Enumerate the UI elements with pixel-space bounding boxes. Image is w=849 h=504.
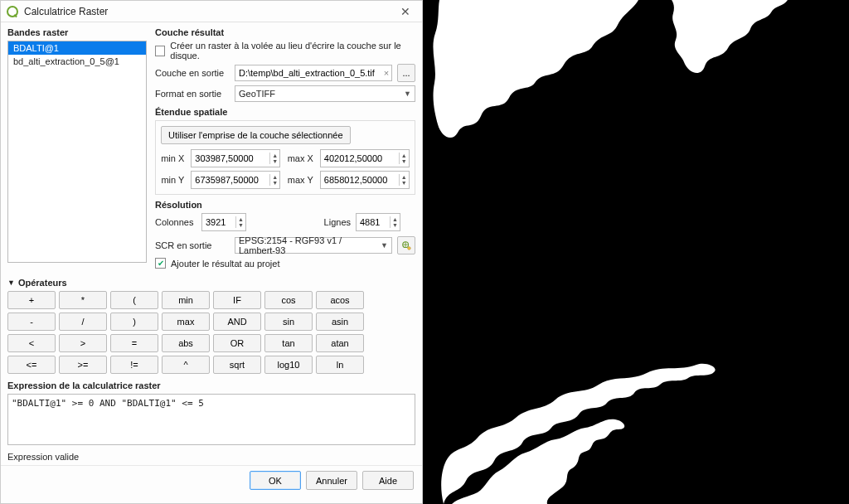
titlebar: Calculatrice Raster ✕ [1, 1, 422, 22]
op-neq[interactable]: != [110, 356, 158, 374]
op-pow[interactable]: ^ [162, 356, 210, 374]
app-icon [6, 5, 19, 18]
op-cos[interactable]: cos [264, 291, 313, 309]
output-format-select[interactable]: GeoTIFF ▼ [235, 85, 415, 102]
cols-input[interactable]: ▲▼ [201, 213, 246, 231]
bands-header: Bandes raster [7, 27, 147, 37]
crs-label: SCR en sortie [155, 240, 230, 250]
maxx-label: max X [287, 153, 313, 163]
virtual-raster-checkbox[interactable] [155, 46, 165, 56]
expression-input[interactable]: "BDALTI@1" >= 0 AND "BDALTI@1" <= 5 [7, 394, 415, 445]
window-title: Calculatrice Raster [24, 6, 394, 17]
op-abs[interactable]: abs [162, 334, 210, 352]
op-asin[interactable]: asin [316, 313, 364, 331]
crs-select[interactable]: EPSG:2154 - RGF93 v1 / Lambert-93 ▼ [235, 237, 392, 254]
op-sqrt[interactable]: sqrt [213, 356, 261, 374]
cols-label: Colonnes [155, 217, 196, 227]
close-icon[interactable]: ✕ [394, 5, 417, 18]
globe-icon [401, 240, 411, 251]
op-lt[interactable]: < [7, 334, 56, 352]
op-rparen[interactable]: ) [110, 313, 158, 331]
status-text: Expression valide [1, 448, 422, 465]
operators-header[interactable]: ▼ Opérateurs [7, 278, 415, 288]
rows-input[interactable]: ▲▼ [356, 213, 400, 231]
op-ln[interactable]: ln [316, 356, 364, 374]
raster-calc-dialog: Calculatrice Raster ✕ Bandes raster BDAL… [0, 0, 423, 504]
add-to-project-checkbox[interactable]: ✔ [155, 258, 166, 269]
rows-label: Lignes [293, 217, 351, 227]
map-canvas[interactable] [423, 0, 849, 504]
use-layer-extent-button[interactable]: Utiliser l'emprise de la couche sélectio… [161, 126, 351, 144]
ok-button[interactable]: OK [250, 471, 301, 490]
virtual-raster-label: Créer un raster à la volée au lieu d'écr… [170, 41, 415, 61]
chevron-down-icon: ▼ [404, 90, 411, 98]
band-item[interactable]: bd_alti_extraction_0_5@1 [8, 55, 146, 68]
op-acos[interactable]: acos [316, 291, 364, 309]
op-log10[interactable]: log10 [264, 356, 313, 374]
op-min[interactable]: min [162, 291, 210, 309]
chevron-down-icon: ▼ [381, 241, 388, 250]
op-minus[interactable]: - [7, 313, 56, 331]
op-gte[interactable]: >= [59, 356, 107, 374]
crs-picker-button[interactable] [397, 236, 415, 254]
op-if[interactable]: IF [213, 291, 261, 309]
bands-list[interactable]: BDALTI@1 bd_alti_extraction_0_5@1 [7, 41, 147, 263]
browse-button[interactable]: ... [397, 64, 415, 82]
op-sin[interactable]: sin [264, 313, 313, 331]
op-atan[interactable]: atan [316, 334, 364, 352]
help-button[interactable]: Aide [362, 471, 414, 490]
op-gt[interactable]: > [59, 334, 107, 352]
op-eq[interactable]: = [110, 334, 158, 352]
clear-icon[interactable]: × [381, 68, 392, 78]
operators-grid: + * ( min IF cos acos - / ) max AND sin … [7, 291, 415, 374]
op-plus[interactable]: + [7, 291, 56, 309]
spatial-extent-header: Étendue spatiale [155, 107, 415, 117]
op-lte[interactable]: <= [7, 356, 56, 374]
op-or[interactable]: OR [213, 334, 261, 352]
op-div[interactable]: / [59, 313, 107, 331]
add-to-project-label: Ajouter le résultat au projet [171, 259, 279, 269]
output-layer-input[interactable] [235, 65, 392, 81]
op-mult[interactable]: * [59, 291, 107, 309]
maxx-input[interactable]: ▲▼ [320, 149, 410, 167]
op-and[interactable]: AND [213, 313, 261, 331]
miny-input[interactable]: ▲▼ [191, 171, 280, 189]
collapse-icon: ▼ [7, 279, 15, 287]
result-header: Couche résultat [155, 27, 415, 37]
maxy-label: max Y [287, 175, 313, 185]
maxy-input[interactable]: ▲▼ [320, 171, 410, 189]
miny-label: min Y [161, 175, 184, 185]
cancel-button[interactable]: Annuler [306, 471, 357, 490]
minx-input[interactable]: ▲▼ [191, 149, 280, 167]
minx-label: min X [161, 153, 184, 163]
op-max[interactable]: max [162, 313, 210, 331]
expression-header: Expression de la calculatrice raster [7, 380, 415, 390]
op-lparen[interactable]: ( [110, 291, 158, 309]
band-item[interactable]: BDALTI@1 [8, 41, 146, 55]
resolution-header: Résolution [155, 200, 415, 210]
output-layer-label: Couche en sortie [155, 68, 230, 78]
op-tan[interactable]: tan [264, 334, 313, 352]
svg-point-3 [408, 247, 410, 250]
output-format-label: Format en sortie [155, 89, 230, 99]
